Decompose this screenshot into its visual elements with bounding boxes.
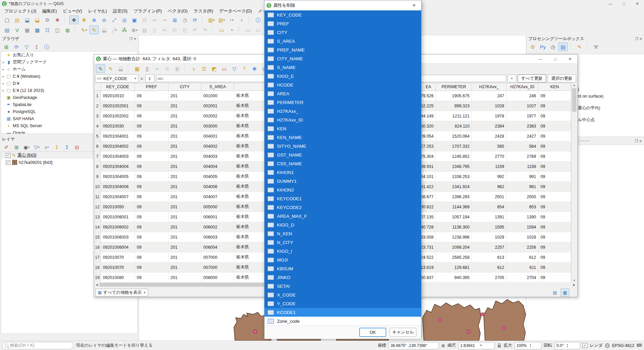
cell[interactable]: 201 [168, 252, 201, 262]
field-item-PREF[interactable]: PREF [265, 19, 421, 28]
cell[interactable]: 09201002001 [101, 101, 135, 111]
cell[interactable]: 201 [168, 91, 201, 101]
close-panel-icon[interactable]: ✕ [640, 37, 642, 41]
cell[interactable]: 5160.837 [421, 273, 436, 283]
deselect-features-button[interactable]: ▫▾ [227, 15, 236, 24]
cell[interactable]: 247 [472, 91, 507, 101]
zoom-to-layer-button[interactable]: ▣ [130, 15, 139, 24]
column-header-PERIMETER[interactable]: PERIMETER [436, 83, 472, 91]
paste-features-button[interactable]: ⎗ [180, 26, 190, 34]
layer-checkbox[interactable]: ✓ [6, 160, 10, 165]
cell[interactable]: 246 [507, 91, 538, 101]
toggle-editing-button[interactable]: ✎ [89, 26, 99, 34]
cell[interactable]: 092010080 [101, 273, 135, 283]
cell[interactable]: 09201004005 [101, 172, 135, 182]
python-scripts-button[interactable]: Py [538, 42, 548, 51]
zoom-last-button[interactable]: ↩ [150, 15, 159, 24]
column-header-KEN[interactable]: KEN [538, 83, 571, 91]
field-item-S_AREA[interactable]: S_AREA [265, 37, 421, 45]
field-item-SETAI[interactable]: SETAI [265, 282, 421, 290]
cell[interactable]: 9744.149 [421, 111, 436, 121]
cell[interactable]: 12 [94, 202, 101, 212]
field-item-KEN[interactable]: KEN [265, 124, 421, 133]
field-item-DUMMY1[interactable]: DUMMY1 [265, 177, 421, 185]
zoom-in-button[interactable]: ⊕ [89, 15, 99, 24]
results-viewer-button[interactable]: ▤ [558, 42, 568, 51]
layer-checkbox[interactable]: ✓ [6, 153, 10, 158]
data-source-manager-button[interactable]: ▤ [2, 26, 12, 34]
cell[interactable]: 1520.064 [436, 131, 472, 141]
cell[interactable]: 201 [168, 222, 201, 232]
cell[interactable]: 09 [135, 252, 168, 262]
close-panel-icon[interactable]: ✕ [134, 37, 136, 41]
cell[interactable]: 1211.121 [436, 111, 472, 121]
dialog-close-button[interactable]: ✕ [407, 0, 421, 10]
layer-labeling-button[interactable]: ◔ [227, 26, 236, 34]
cell[interactable]: 007000 [201, 262, 234, 273]
save-project-as-button[interactable]: ⬓ [33, 15, 42, 24]
field-item-KEN_NAME[interactable]: KEN_NAME [265, 133, 421, 142]
cell[interactable]: 940.395 [436, 273, 472, 283]
cell[interactable]: 004004 [201, 162, 234, 172]
cell[interactable]: 09 [538, 172, 571, 182]
field-item-KIHON2[interactable]: KIHON2 [265, 185, 421, 194]
field-item-HCODE[interactable]: HCODE [265, 80, 421, 89]
expand-arrow-icon[interactable]: ▸ [1, 61, 6, 64]
open-layer-styling-button[interactable]: ✐ [2, 143, 11, 151]
deselect-all-button[interactable]: ▭ [219, 64, 229, 73]
menu-item-編集(E)[interactable]: 編集(E) [39, 7, 60, 15]
cell[interactable]: 006004 [201, 242, 234, 252]
field-item-KEY_CODE[interactable]: KEY_CODE [265, 10, 421, 19]
cell[interactable]: 092010010 [101, 91, 135, 101]
cell[interactable]: 09 [538, 252, 571, 262]
cell[interactable]: 1028 [472, 101, 507, 111]
cell[interactable]: 004006 [201, 182, 234, 192]
cell[interactable]: 001000 [201, 91, 234, 101]
move-selection-top-button[interactable]: ⤒ [240, 64, 249, 73]
modify-attributes-button[interactable]: ▤ [140, 26, 149, 34]
save-edits-button[interactable]: ⬓ [116, 64, 125, 73]
current-edits-button[interactable]: ✎▾ [79, 26, 89, 34]
collapse-all-layers-button[interactable]: ↥ [62, 143, 72, 151]
cell[interactable]: 4 [94, 121, 101, 131]
cell[interactable]: 1978 [472, 111, 507, 121]
cell[interactable]: 006003 [201, 232, 234, 242]
column-header-rownum[interactable] [94, 83, 101, 91]
cell[interactable]: 09 [135, 242, 168, 252]
cell[interactable]: 7089.931 [421, 162, 436, 172]
delete-selected-button[interactable]: ▯ [150, 26, 159, 34]
cell[interactable]: 201 [168, 273, 201, 283]
cell[interactable]: 002001 [201, 101, 234, 111]
select-features-button[interactable]: ▧▾ [207, 15, 216, 24]
cell[interactable]: 3 [94, 111, 101, 121]
expand-arrow-icon[interactable]: ▸ [1, 82, 6, 85]
cell[interactable]: 09 [538, 222, 571, 232]
filter-by-expression-button[interactable]: ε▾ [42, 143, 51, 151]
field-item-KBSUM[interactable]: KBSUM [265, 264, 421, 273]
render-checkbox[interactable]: ✓ [582, 343, 588, 348]
cell[interactable]: 201 [168, 182, 201, 192]
filter-select-by-form-button[interactable]: ▽ [230, 64, 239, 73]
cell[interactable]: 0352.225 [421, 101, 436, 111]
zoom-out-button[interactable]: ⊖ [99, 15, 109, 24]
copy-features-button[interactable]: ⎘ [170, 26, 179, 34]
field-item-CSS_NAME[interactable]: CSS_NAME [265, 159, 421, 168]
cancel-button[interactable]: キャンセル [390, 328, 416, 337]
cell[interactable]: 564 [507, 141, 538, 151]
scroll-left-icon[interactable]: ◀ [94, 283, 99, 286]
zoom-to-selection-button[interactable]: ◎ [120, 15, 129, 24]
cell[interactable]: 09 [135, 101, 168, 111]
cell[interactable]: 201 [168, 172, 201, 182]
cell[interactable]: 09 [538, 262, 571, 273]
cell[interactable]: 19 [94, 273, 101, 283]
add-raster-layer-button[interactable]: ▦ [23, 26, 32, 34]
menu-item-ベクタ(O)[interactable]: ベクタ(O) [165, 7, 191, 15]
label-show-hide-button[interactable]: ▭ [253, 26, 263, 34]
cell[interactable]: 004001 [201, 131, 234, 141]
processing-item-fragment[interactable]: nt on surface) [578, 94, 603, 99]
cell[interactable]: 18 [94, 262, 101, 273]
cell[interactable]: 09 [135, 262, 168, 273]
cell[interactable]: 09201002002 [101, 111, 135, 121]
expression-builder-button[interactable]: ε [145, 74, 155, 82]
column-header-CITY[interactable]: CITY [168, 83, 201, 91]
